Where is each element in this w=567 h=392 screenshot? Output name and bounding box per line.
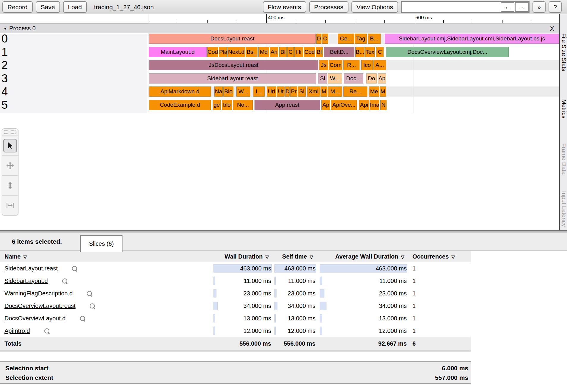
trace-slice[interactable]: Tex	[365, 47, 375, 57]
trace-slice[interactable]: BeltD...	[324, 47, 354, 57]
view-options-button[interactable]: View Options	[351, 1, 398, 13]
slice-name-link[interactable]: DocsOverviewLayout.d	[4, 312, 66, 325]
close-process-button[interactable]: X	[550, 25, 554, 32]
trace-slice[interactable]: Doc...	[344, 73, 363, 84]
trace-slice[interactable]: Bl	[279, 47, 287, 57]
find-previous-button[interactable]: ←	[501, 2, 514, 12]
trace-slice[interactable]: App.reast	[255, 100, 320, 110]
trace-slice[interactable]: M	[380, 86, 386, 97]
trace-slice[interactable]: Ap	[378, 73, 386, 84]
trace-slice[interactable]: Api	[359, 100, 369, 110]
trace-slice[interactable]: M...	[328, 86, 342, 97]
trace-slice[interactable]: Bs_	[246, 47, 257, 57]
zoom-tool-button[interactable]	[2, 175, 18, 195]
trace-slice[interactable]: Ge...	[338, 34, 354, 44]
trace-slice[interactable]: ge	[213, 100, 221, 110]
trace-slice[interactable]: ApiOve...	[331, 100, 357, 110]
column-header-self-time[interactable]: Self time▽	[272, 251, 316, 262]
trace-slice[interactable]: Re...	[343, 86, 367, 97]
trace-slice[interactable]: No...	[233, 100, 253, 110]
trace-slice[interactable]: Cod	[207, 47, 218, 57]
column-header-average-wall-duration[interactable]: Average Wall Duration▽	[316, 251, 407, 262]
sidebar-tab[interactable]: Metrics	[560, 99, 567, 118]
magnifier-icon[interactable]	[72, 266, 77, 271]
trace-slice[interactable]: JsDocsLayout.reast	[149, 60, 318, 70]
trace-slice[interactable]: Do	[366, 73, 377, 84]
trace-slice[interactable]: C	[376, 47, 384, 57]
collapse-caret-icon[interactable]: ▾	[4, 26, 6, 31]
slice-name-link[interactable]: WarningFlagDescription.d	[4, 287, 73, 300]
more-options-button[interactable]: »	[533, 1, 546, 13]
help-button[interactable]: ?	[549, 1, 562, 13]
sort-icon[interactable]: ▽	[451, 254, 455, 259]
trace-slice[interactable]: Ima	[370, 100, 379, 110]
trace-slice[interactable]: Cod	[304, 47, 315, 57]
trace-slice[interactable]: Com	[329, 60, 342, 70]
timeline-ruler[interactable]: 400 ms600 ms	[148, 14, 559, 23]
trace-slice[interactable]: R...	[343, 60, 359, 70]
magnifier-icon[interactable]	[80, 316, 85, 321]
trace-slice[interactable]: Me	[369, 86, 379, 97]
trace-slice[interactable]: M	[321, 86, 327, 97]
pan-tool-button[interactable]	[2, 155, 18, 175]
trace-slice[interactable]: W...	[236, 86, 250, 97]
trace-slice[interactable]: DocsOverviewLayout.cmj,Doc...	[386, 47, 509, 57]
column-header-name[interactable]: Name▽	[0, 251, 213, 262]
sort-icon[interactable]: ▽	[23, 254, 27, 259]
sort-icon[interactable]: ▽	[401, 254, 404, 259]
trace-slice[interactable]: C	[287, 47, 294, 57]
magnifier-icon[interactable]	[90, 303, 95, 308]
trace-slice[interactable]: Xml	[307, 86, 320, 97]
column-header-occurrences[interactable]: Occurrences▽	[407, 251, 471, 262]
trace-slice[interactable]: Pla	[219, 47, 227, 57]
magnifier-icon[interactable]	[87, 291, 92, 296]
trace-slice[interactable]: N	[380, 100, 387, 110]
slice-name-link[interactable]: SidebarLayout.d	[4, 275, 48, 287]
slice-name-link[interactable]: ApiIntro.d	[4, 325, 30, 337]
selection-tool-button[interactable]	[2, 136, 18, 155]
trace-slice[interactable]: Bl	[316, 47, 323, 57]
palette-grip-handle[interactable]	[4, 130, 16, 134]
trace-slice[interactable]: An	[270, 47, 278, 57]
magnifier-icon[interactable]	[44, 328, 49, 333]
trace-slice[interactable]: Ico	[361, 60, 373, 70]
trace-slice[interactable]: Pr	[290, 86, 297, 97]
trace-slice[interactable]: DocsLayout.reast	[149, 34, 316, 44]
trace-slice[interactable]: Si	[298, 86, 306, 97]
processes-button[interactable]: Processes	[309, 1, 348, 13]
trace-slice[interactable]: SidebarLayout.reast	[149, 73, 316, 84]
sort-icon[interactable]: ▽	[310, 254, 313, 259]
trace-slice[interactable]: Md	[258, 47, 269, 57]
trace-slice[interactable]: CodeExample.d	[149, 100, 211, 110]
trace-slice[interactable]: Url	[267, 86, 276, 97]
trace-slice[interactable]: Na	[214, 86, 223, 97]
trace-slice[interactable]: W...	[328, 73, 342, 84]
trace-slice[interactable]: I...	[253, 86, 265, 97]
tab-slices[interactable]: Slices (6)	[80, 235, 122, 252]
record-button[interactable]: Record	[2, 1, 33, 13]
slice-name-link[interactable]: DocsOverviewLayout.reast	[4, 300, 76, 312]
trace-slice[interactable]: C	[322, 34, 328, 44]
process-header[interactable]: ▾ Process 0 X	[0, 23, 559, 33]
search-input[interactable]	[402, 2, 500, 12]
trace-slice[interactable]: Next.d	[227, 47, 245, 57]
find-next-button[interactable]: →	[515, 2, 529, 12]
trace-slice[interactable]: Tag	[355, 34, 367, 44]
timing-tool-button[interactable]	[2, 195, 18, 215]
magnifier-icon[interactable]	[62, 278, 67, 284]
flame-track[interactable]: DocsLayout.reastDCGe...TagB...SidebarLay…	[148, 34, 559, 113]
column-header-wall-duration[interactable]: Wall Duration▽	[213, 251, 272, 262]
trace-slice[interactable]: blo	[222, 100, 232, 110]
trace-slice[interactable]: B...	[368, 34, 381, 44]
panel-splitter[interactable]	[0, 230, 567, 233]
trace-slice[interactable]: Ut	[277, 86, 285, 97]
trace-slice[interactable]: D	[285, 86, 290, 97]
trace-slice[interactable]: Si	[318, 73, 327, 84]
save-button[interactable]: Save	[36, 1, 60, 13]
trace-slice[interactable]: Js	[319, 60, 328, 70]
slice-name-link[interactable]: SidebarLayout.reast	[4, 262, 58, 275]
trace-slice[interactable]: B...	[355, 47, 365, 57]
load-button[interactable]: Load	[63, 1, 87, 13]
trace-slice[interactable]: Blo	[223, 86, 233, 97]
trace-slice[interactable]: D	[316, 34, 321, 44]
